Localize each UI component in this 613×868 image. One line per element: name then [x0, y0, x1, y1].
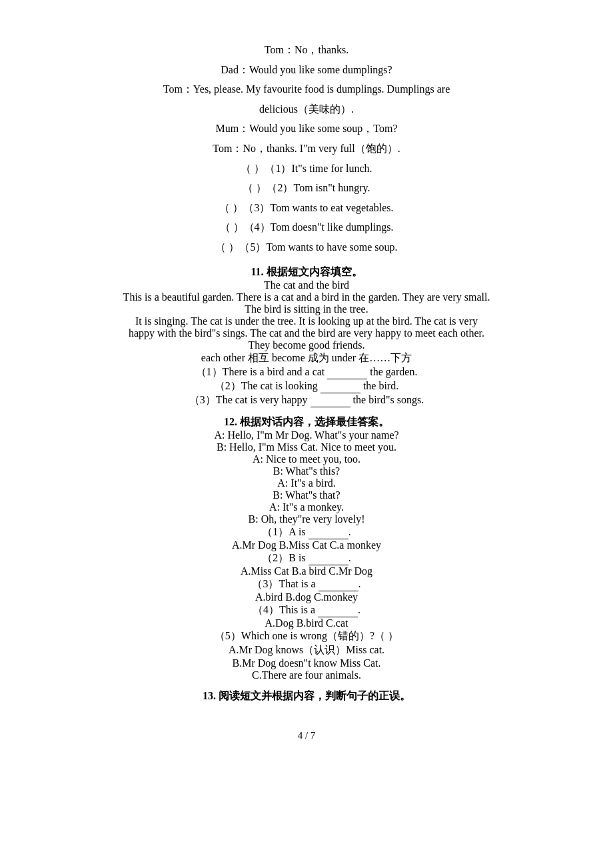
- section12-d5: A: It"s a bird.: [53, 477, 560, 489]
- section12-title: 12. 根据对话内容，选择最佳答案。: [53, 415, 560, 429]
- blank-2: [320, 381, 360, 393]
- line-9: （ ）（3）Tom wants to eat vegetables.: [53, 198, 560, 218]
- section12-q5-opt-b: B.Mr Dog doesn"t know Miss Cat.: [53, 657, 560, 669]
- section12-d8: B: Oh, they"re very lovely!: [53, 513, 560, 525]
- section12-d2: B: Hello, I"m Miss Cat. Nice to meet you…: [53, 441, 560, 453]
- line-5: Mum：Would you like some soup，Tom?: [53, 119, 560, 139]
- line-10: （ ）（4）Tom doesn"t like dumplings.: [53, 217, 560, 237]
- blank-q4: [318, 605, 358, 617]
- section11: 11. 根据短文内容填空。 The cat and the bird This …: [53, 265, 560, 407]
- page-content: Tom：No，thanks. Dad：Would you like some d…: [53, 40, 560, 741]
- page-number: 4 / 7: [298, 730, 316, 741]
- section12-d3: A: Nice to meet you, too.: [53, 453, 560, 465]
- line-1: Tom：No，thanks.: [53, 40, 560, 60]
- section11-vocab: each other 相互 become 成为 under 在……下方: [53, 351, 560, 365]
- section11-passage-2: The bird is sitting in the tree.: [53, 303, 560, 315]
- section13-title: 13. 阅读短文并根据内容，判断句子的正误。: [53, 689, 560, 703]
- blank-q2: [308, 553, 348, 565]
- section12-q2: （2）B is .: [53, 551, 560, 565]
- line-11: （ ）（5）Tom wants to have some soup.: [53, 237, 560, 257]
- blank-3: [310, 395, 350, 407]
- section12-q2-opts: A.Miss Cat B.a bird C.Mr Dog: [53, 565, 560, 577]
- section11-subtitle: The cat and the bird: [53, 279, 560, 291]
- line-3: Tom：Yes, please. My favourite food is du…: [53, 79, 560, 99]
- section11-passage-3: It is singing. The cat is under the tree…: [53, 315, 560, 327]
- section12: 12. 根据对话内容，选择最佳答案。 A: Hello, I"m Mr Dog.…: [53, 415, 560, 681]
- section12-q4: （4）This is a .: [53, 603, 560, 617]
- dialogue-block: Tom：No，thanks. Dad：Would you like some d…: [53, 40, 560, 257]
- section12-d4: B: What"s this?: [53, 465, 560, 477]
- section12-q3-opts: A.bird B.dog C.monkey: [53, 591, 560, 603]
- section12-q5-opt-c: C.There are four animals.: [53, 669, 560, 681]
- line-7: （ ）（1）It"s time for lunch.: [53, 159, 560, 179]
- section13: 13. 阅读短文并根据内容，判断句子的正误。: [53, 689, 560, 703]
- blank-1: [327, 367, 367, 379]
- section12-q3: （3）That is a .: [53, 577, 560, 591]
- section11-passage-1: This is a beautiful garden. There is a c…: [53, 291, 560, 303]
- section11-title: 11. 根据短文内容填空。: [53, 265, 560, 279]
- section12-d7: A: It"s a monkey.: [53, 501, 560, 513]
- section12-q4-opts: A.Dog B.bird C.cat: [53, 617, 560, 629]
- section11-passage-4: happy with the bird"s sings. The cat and…: [53, 327, 560, 339]
- line-8: （ ）（2）Tom isn"t hungry.: [53, 178, 560, 198]
- blank-q1: [308, 527, 348, 539]
- section12-q1-opts: A.Mr Dog B.Miss Cat C.a monkey: [53, 539, 560, 551]
- section12-q5-opt-a: A.Mr Dog knows（认识）Miss cat.: [53, 643, 560, 657]
- section12-d1: A: Hello, I"m Mr Dog. What"s your name?: [53, 429, 560, 441]
- section11-q1: （1）There is a bird and a cat the garden.: [53, 365, 560, 379]
- line-6: Tom：No，thanks. I"m very full（饱的）.: [53, 139, 560, 159]
- section12-q1: （1）A is .: [53, 525, 560, 539]
- line-2: Dad：Would you like some dumplings?: [53, 60, 560, 80]
- section12-q5: （5）Which one is wrong（错的）?（ ）: [53, 629, 560, 643]
- section11-passage-5: They become good friends.: [53, 339, 560, 351]
- section11-q2: （2）The cat is looking the bird.: [53, 379, 560, 393]
- line-4: delicious（美味的）.: [53, 99, 560, 119]
- section11-q3: （3）The cat is very happy the bird"s song…: [53, 393, 560, 407]
- section12-d6: B: What"s that?: [53, 489, 560, 501]
- page-footer: 4 / 7: [53, 730, 560, 741]
- blank-q3: [318, 579, 358, 591]
